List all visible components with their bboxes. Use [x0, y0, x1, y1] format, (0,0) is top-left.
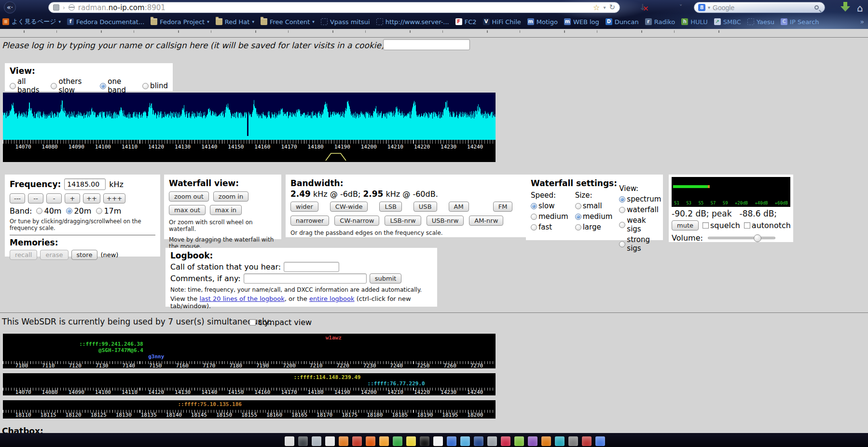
- toolbar-chevron-icon[interactable]: ˅: [679, 4, 682, 11]
- taskbar-app-icon[interactable]: [339, 436, 348, 446]
- bandwidth-preset-button[interactable]: USB: [413, 202, 437, 212]
- autonotch-option[interactable]: autonotch: [744, 221, 791, 230]
- waterfall-zoom-button[interactable]: zoom out: [169, 191, 209, 202]
- taskbar-app-icon[interactable]: [406, 436, 416, 446]
- bookmark-item[interactable]: Free Content ▾: [261, 18, 315, 26]
- stop-download-indicator[interactable]: ↓ ✕: [638, 2, 652, 13]
- taskbar-app-icon[interactable]: [528, 436, 537, 446]
- taskbar-app-icon[interactable]: [312, 436, 321, 446]
- compact-view-option[interactable]: compact view: [249, 318, 312, 327]
- band-option[interactable]: 40m: [36, 206, 61, 216]
- view-option[interactable]: blind: [142, 77, 168, 95]
- frequency-step-button[interactable]: ---: [10, 193, 25, 203]
- frequency-step-button[interactable]: --: [28, 193, 43, 203]
- size-option[interactable]: medium: [575, 212, 613, 221]
- memory-button[interactable]: recall: [10, 250, 37, 260]
- passband-marker[interactable]: [325, 152, 347, 162]
- bookmark-item[interactable]: m WEB log ▾: [564, 18, 599, 26]
- bookmark-item[interactable]: Red Hat ▾: [216, 18, 254, 26]
- view-option[interactable]: one band: [100, 77, 138, 95]
- taskbar-app-icon[interactable]: [285, 436, 294, 446]
- bandwidth-narrow-button[interactable]: USB-nrw: [427, 216, 464, 226]
- view-option[interactable]: others slow: [51, 77, 95, 95]
- squelch-option[interactable]: squelch: [703, 221, 740, 230]
- bandwidth-narrow-button[interactable]: narrower: [290, 216, 329, 226]
- frequency-step-button[interactable]: -: [46, 193, 62, 203]
- bookmark-item[interactable]: ≡ よく見るページ ▾: [2, 17, 61, 26]
- memory-button[interactable]: store: [71, 250, 98, 260]
- taskbar-app-icon[interactable]: [514, 436, 524, 446]
- taskbar-app-icon[interactable]: [298, 436, 308, 446]
- search-engine-dropdown-icon[interactable]: ▾: [708, 5, 710, 10]
- taskbar-app-icon[interactable]: [433, 436, 443, 446]
- band-strip-40m[interactable]: w1awz::ffff:99.241.246.38@SGH-I747M@6.4g…: [3, 334, 496, 368]
- bandwidth-preset-button[interactable]: FM: [493, 202, 513, 212]
- memory-button[interactable]: erase: [40, 250, 68, 260]
- taskbar-app-icon[interactable]: [460, 436, 470, 446]
- bookmark-item[interactable]: ↗ SMBC ▾: [714, 18, 741, 26]
- speed-option[interactable]: medium: [531, 212, 568, 221]
- speed-option[interactable]: slow: [531, 202, 568, 210]
- bookmark-item[interactable]: http://www.server-... ▾: [376, 18, 449, 26]
- taskbar-app-icon[interactable]: [487, 436, 497, 446]
- bookmark-item[interactable]: r Radiko ▾: [645, 18, 675, 26]
- bandwidth-preset-button[interactable]: wider: [290, 202, 318, 212]
- urlbar-dropdown-icon[interactable]: ▾: [603, 5, 606, 10]
- waterfall-max-button[interactable]: max in: [210, 205, 242, 215]
- taskbar-app-icon[interactable]: [501, 436, 510, 446]
- back-button[interactable]: «·: [4, 1, 16, 14]
- url-bar[interactable]: › radman.no-ip.com:8901 ☆ ▾ ↻: [48, 2, 620, 13]
- band-option[interactable]: 20m: [66, 206, 91, 216]
- taskbar-app-icon[interactable]: [379, 436, 389, 446]
- taskbar-app-icon[interactable]: [420, 436, 429, 446]
- taskbar-app-icon[interactable]: [393, 436, 402, 446]
- display-mode-option[interactable]: waterfall: [619, 205, 661, 214]
- size-option[interactable]: large: [575, 223, 613, 231]
- bandwidth-preset-button[interactable]: LSB: [379, 202, 401, 212]
- frequency-step-button[interactable]: ++: [83, 193, 100, 203]
- taskbar-app-icon[interactable]: [582, 436, 592, 446]
- frequency-scale[interactable]: 1407014080140901410014110141201413014140…: [3, 140, 496, 150]
- bookmark-item[interactable]: F FC2 ▾: [455, 18, 477, 26]
- taskbar-app-icon[interactable]: [325, 436, 335, 446]
- download-icon[interactable]: [840, 1, 850, 13]
- taskbar-app-icon[interactable]: [366, 436, 375, 446]
- submit-button[interactable]: submit: [370, 273, 402, 284]
- taskbar-app-icon[interactable]: [595, 436, 605, 446]
- speed-option[interactable]: fast: [531, 223, 568, 231]
- bookmark-star-icon[interactable]: ☆: [593, 4, 600, 12]
- call-input[interactable]: [284, 262, 339, 272]
- bandwidth-narrow-button[interactable]: CW-narrow: [334, 216, 379, 226]
- band-strip-20m[interactable]: ::ffff:114.148.239.49::ffff:76.77.229.0 …: [3, 373, 496, 395]
- home-icon[interactable]: ⌂: [857, 2, 863, 14]
- taskbar-app-icon[interactable]: [447, 436, 456, 446]
- view-option[interactable]: all bands: [10, 77, 46, 95]
- volume-slider-thumb[interactable]: [754, 234, 761, 242]
- frequency-step-button[interactable]: +: [65, 193, 80, 203]
- display-mode-option[interactable]: strong sigs: [619, 235, 661, 253]
- band-option[interactable]: 17m: [96, 206, 121, 216]
- taskbar-app-icon[interactable]: [352, 436, 362, 446]
- taskbar-app-icon[interactable]: [568, 436, 578, 446]
- taskbar-app-icon[interactable]: [555, 436, 565, 446]
- bookmark-item[interactable]: D Duncan ▾: [606, 18, 639, 26]
- search-engine-icon[interactable]: 8: [698, 4, 705, 11]
- bookmark-item[interactable]: Yaesu ▾: [747, 18, 774, 26]
- spectrum-display[interactable]: [3, 93, 496, 140]
- comments-input[interactable]: [244, 273, 367, 284]
- bookmark-item[interactable]: C IP Search ▾: [781, 18, 819, 26]
- display-mode-option[interactable]: spectrum: [619, 195, 661, 203]
- bookmark-item[interactable]: h HULU ▾: [681, 18, 707, 26]
- display-mode-option[interactable]: weak sigs: [619, 216, 661, 233]
- search-icon[interactable]: [814, 5, 819, 10]
- band-strip-17m[interactable]: ::ffff:75.10.135.186 1811018115181201812…: [3, 400, 496, 419]
- bandwidth-narrow-button[interactable]: LSB-nrw: [385, 216, 421, 226]
- volume-slider[interactable]: [708, 237, 775, 239]
- frequency-input[interactable]: [64, 178, 106, 190]
- frequency-step-button[interactable]: +++: [103, 193, 126, 203]
- bookmark-item[interactable]: Fedora Project ▾: [151, 18, 209, 26]
- logbook-last20-link[interactable]: last 20 lines of the logbook: [199, 295, 284, 302]
- size-option[interactable]: small: [575, 202, 613, 210]
- bookmarks-overflow-icon[interactable]: »: [860, 18, 866, 26]
- search-box[interactable]: 8 ▾: [694, 2, 825, 13]
